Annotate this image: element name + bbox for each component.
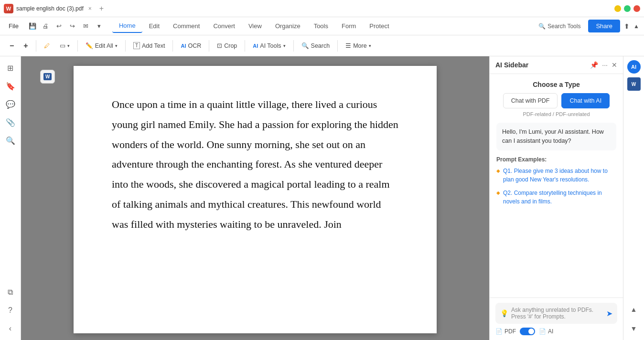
email-icon[interactable]: ✉ (80, 20, 92, 32)
word-icon: W (43, 73, 52, 80)
more-arrow: ▾ (369, 43, 371, 48)
tab-protect[interactable]: Protect (363, 20, 396, 32)
pdf-area: W Once upon a time in a quaint little vi… (21, 56, 489, 340)
scroll-up-icon[interactable]: ▲ (626, 302, 642, 317)
sidebar-bookmarks-icon[interactable]: 🔖 (3, 78, 18, 94)
search-tools-label: Search Tools (547, 23, 580, 30)
divider-2 (77, 40, 78, 52)
maximize-btn[interactable] (624, 5, 631, 12)
toggle-switch-pdf[interactable] (520, 328, 535, 335)
close-btn[interactable] (633, 5, 640, 12)
sidebar-pages-icon[interactable]: ⊞ (3, 60, 18, 75)
ai-header-icons: 📌 ··· ✕ (590, 61, 617, 69)
choose-type-label: Choose a Type (496, 81, 616, 88)
crop-btn[interactable]: ⊡ Crop (213, 40, 241, 52)
crop-label: Crop (224, 42, 237, 49)
search-btn[interactable]: 🔍 Search (298, 40, 334, 52)
ai-more-icon[interactable]: ··· (602, 61, 608, 69)
ai-tools-btn[interactable]: AI AI Tools ▾ (249, 40, 289, 52)
tab-organize[interactable]: Organize (268, 20, 307, 32)
right-panel-icons: AI W ▲ ▼ (623, 56, 644, 340)
file-menu[interactable]: File (5, 21, 22, 32)
redo-icon[interactable]: ↪ (66, 20, 79, 32)
menu-tabs: Home Edit Comment Convert View Organize … (112, 19, 396, 33)
page-widget: W (40, 70, 55, 84)
shape-btn[interactable]: ▭ ▾ (56, 40, 74, 52)
collapse-icon[interactable]: ▲ (633, 23, 639, 30)
prompt-examples-label: Prompt Examples: (496, 156, 616, 163)
ai-input-bulb-icon: 💡 (500, 309, 508, 317)
scroll-down-icon[interactable]: ▼ (626, 321, 642, 336)
pdf-content: Once upon a time in a quaint little vill… (112, 95, 398, 234)
zoom-out-btn[interactable]: − (6, 39, 18, 53)
ai-content: Choose a Type Chat with PDF Chat with AI… (490, 74, 623, 298)
ai-greeting: Hello, I'm Lumi, your AI assistant. How … (496, 123, 616, 150)
right-word-icon[interactable]: W (627, 77, 641, 91)
pdf-unrelated-note: PDF-related / PDF-unrelated (496, 111, 616, 117)
ai-sidebar: AI Sidebar 📌 ··· ✕ Choose a Type Chat wi… (489, 56, 623, 340)
search-tools-btn[interactable]: 🔍 Search Tools (535, 21, 584, 32)
ocr-btn[interactable]: AI OCR (177, 40, 205, 52)
tab-view[interactable]: View (242, 20, 268, 32)
tab-comment[interactable]: Comment (166, 20, 206, 32)
expand-icon[interactable]: ▾ (93, 20, 106, 32)
edit-all-btn[interactable]: ✏️ Edit All ▾ (82, 40, 121, 52)
left-sidebar: ⊞ 🔖 💬 📎 🔍 ⧉ ? ‹ (0, 56, 21, 340)
ai-send-btn[interactable]: ➤ (606, 309, 612, 318)
divider-4 (172, 40, 173, 52)
print-icon[interactable]: 🖨 (40, 20, 52, 32)
sidebar-links-icon[interactable]: 📎 (3, 115, 18, 130)
ai-close-icon[interactable]: ✕ (612, 61, 617, 69)
highlight-icon: 🖊 (44, 42, 50, 49)
ai-tools-icon: AI (253, 43, 258, 49)
edit-all-label: Edit All (95, 42, 113, 49)
right-ai-icon[interactable]: AI (627, 60, 641, 74)
more-icon: ☰ (345, 42, 351, 49)
sidebar-layers-icon[interactable]: ⧉ (3, 285, 18, 300)
toolbar-quick-icons: 💾 🖨 ↩ ↪ ✉ ▾ (26, 20, 106, 32)
tab-add-btn[interactable]: + (97, 3, 107, 14)
sidebar-help-icon[interactable]: ? (3, 303, 18, 318)
sidebar-search-icon[interactable]: 🔍 (3, 133, 18, 148)
divider-7 (293, 40, 294, 52)
ai-tools-arrow: ▾ (283, 43, 286, 48)
shape-arrow: ▾ (67, 43, 70, 48)
zoom-in-btn[interactable]: + (20, 39, 32, 53)
tab-tools[interactable]: Tools (307, 20, 335, 32)
add-text-label: Add Text (142, 42, 165, 49)
tab-close-btn[interactable]: × (86, 4, 94, 13)
tab-form[interactable]: Form (335, 20, 363, 32)
ocr-icon: AI (181, 43, 186, 49)
prompt-dot-2: ◆ (496, 190, 500, 195)
chat-pdf-btn[interactable]: Chat with PDF (503, 93, 558, 108)
ai-input-area[interactable]: 💡 Ask anything unrelated to PDFs. Press … (495, 303, 617, 324)
prompt-item-2[interactable]: ◆ Q2. Compare storytelling techniques in… (496, 189, 616, 206)
chat-ai-btn[interactable]: Chat with AI (561, 93, 610, 108)
tab-edit[interactable]: Edit (142, 20, 166, 32)
highlight-btn[interactable]: 🖊 (40, 40, 54, 52)
add-text-icon: T (133, 42, 140, 49)
save-icon[interactable]: 💾 (26, 20, 39, 32)
ai-toggle-row: 📄 PDF 📄 AI (495, 328, 617, 335)
more-btn[interactable]: ☰ More ▾ (342, 40, 375, 52)
share-button[interactable]: Share (588, 20, 620, 32)
divider-5 (209, 40, 209, 52)
ai-spacer (496, 216, 616, 291)
sidebar-collapse-icon[interactable]: ‹ (3, 321, 18, 336)
ai-pin-icon[interactable]: 📌 (590, 61, 598, 69)
upload-icon[interactable]: ⬆ (624, 22, 630, 30)
sidebar-comments-icon[interactable]: 💬 (3, 96, 18, 112)
add-text-btn[interactable]: T Add Text (129, 40, 169, 52)
tab-convert[interactable]: Convert (206, 20, 242, 32)
minimize-btn[interactable] (614, 5, 621, 12)
tab-home[interactable]: Home (112, 19, 142, 33)
search-tools-icon: 🔍 (538, 23, 546, 30)
zoom-in-icon: + (23, 42, 28, 50)
titlebar: W sample english doc (3).pdf × + (0, 0, 644, 17)
choose-type-section: Choose a Type Chat with PDF Chat with AI… (496, 81, 616, 117)
pdf-page: Once upon a time in a quaint little vill… (74, 66, 437, 333)
menu-right: 🔍 Search Tools Share ⬆ ▲ (535, 20, 639, 32)
prompt-item-1[interactable]: ◆ Q1. Please give me 3 ideas about how t… (496, 167, 616, 184)
undo-icon[interactable]: ↩ (53, 20, 65, 32)
toggle-pdf-label: PDF (504, 328, 516, 335)
